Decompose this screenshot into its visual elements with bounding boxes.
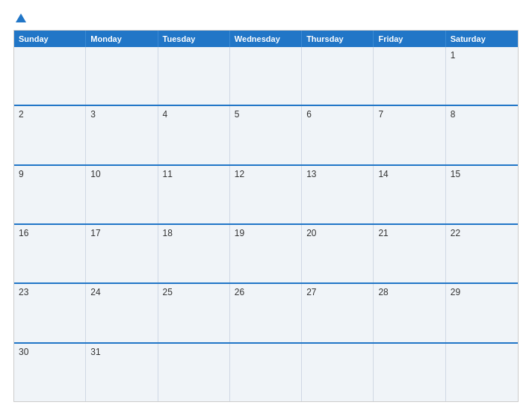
header-friday: Friday xyxy=(374,31,445,47)
calendar-day-24: 24 xyxy=(86,284,158,342)
calendar-week-4: 16171819202122 xyxy=(14,223,518,282)
calendar-day-21: 21 xyxy=(374,225,445,282)
day-number: 16 xyxy=(19,228,28,238)
day-number: 13 xyxy=(306,169,316,179)
day-number: 7 xyxy=(378,109,383,120)
calendar-day-empty xyxy=(86,47,158,105)
calendar-day-empty xyxy=(230,344,302,401)
calendar-day-14: 14 xyxy=(374,166,445,223)
day-number: 21 xyxy=(378,228,388,238)
header-thursday: Thursday xyxy=(302,31,374,47)
header-saturday: Saturday xyxy=(446,31,518,47)
logo xyxy=(13,13,26,24)
calendar-day-9: 9 xyxy=(14,166,86,223)
calendar-day-empty xyxy=(302,47,374,105)
calendar-grid: Sunday Monday Tuesday Wednesday Thursday… xyxy=(13,30,519,402)
calendar-day-4: 4 xyxy=(158,106,230,164)
day-number: 28 xyxy=(378,287,388,297)
calendar-day-8: 8 xyxy=(446,106,518,164)
calendar-day-19: 19 xyxy=(230,225,302,282)
day-number: 30 xyxy=(19,347,28,357)
calendar-day-2: 2 xyxy=(14,106,86,164)
calendar-day-empty xyxy=(158,47,230,105)
day-number: 31 xyxy=(90,347,100,357)
calendar-day-22: 22 xyxy=(446,225,518,282)
logo-blue-text xyxy=(13,13,26,24)
calendar-day-27: 27 xyxy=(302,284,374,342)
day-number: 4 xyxy=(163,109,168,120)
day-number: 15 xyxy=(451,169,460,179)
day-number: 19 xyxy=(235,228,244,238)
day-number: 9 xyxy=(19,169,24,179)
calendar-day-11: 11 xyxy=(158,166,230,223)
calendar-day-17: 17 xyxy=(86,225,158,282)
day-number: 23 xyxy=(19,287,28,297)
calendar-day-empty xyxy=(14,47,86,105)
day-number: 2 xyxy=(19,109,24,120)
calendar-day-16: 16 xyxy=(14,225,86,282)
day-number: 26 xyxy=(235,287,244,297)
calendar-day-7: 7 xyxy=(374,106,445,164)
calendar-body: 1234567891011121314151617181920212223242… xyxy=(14,47,518,401)
day-number: 11 xyxy=(163,169,173,179)
calendar-page: Sunday Monday Tuesday Wednesday Thursday… xyxy=(0,0,532,411)
calendar-day-5: 5 xyxy=(230,106,302,164)
logo-triangle-icon xyxy=(16,13,26,22)
calendar-week-5: 23242526272829 xyxy=(14,282,518,342)
day-number: 14 xyxy=(378,169,388,179)
day-number: 1 xyxy=(451,50,456,61)
header-monday: Monday xyxy=(86,31,158,47)
calendar-day-30: 30 xyxy=(14,344,86,401)
calendar-week-2: 2345678 xyxy=(14,105,518,164)
calendar-day-26: 26 xyxy=(230,284,302,342)
calendar-day-18: 18 xyxy=(158,225,230,282)
calendar-week-3: 9101112131415 xyxy=(14,164,518,223)
calendar-day-23: 23 xyxy=(14,284,86,342)
day-number: 3 xyxy=(90,109,96,120)
header xyxy=(13,13,519,24)
calendar-day-empty xyxy=(374,344,445,401)
calendar-week-1: 1 xyxy=(14,47,518,105)
calendar-day-13: 13 xyxy=(302,166,374,223)
calendar-day-20: 20 xyxy=(302,225,374,282)
day-number: 17 xyxy=(90,228,100,238)
day-number: 12 xyxy=(235,169,244,179)
day-number: 25 xyxy=(163,287,173,297)
calendar-day-3: 3 xyxy=(86,106,158,164)
calendar-day-6: 6 xyxy=(302,106,374,164)
calendar-day-1: 1 xyxy=(446,47,518,105)
calendar-day-empty xyxy=(446,344,518,401)
day-number: 29 xyxy=(451,287,460,297)
day-number: 22 xyxy=(451,228,460,238)
calendar-day-12: 12 xyxy=(230,166,302,223)
calendar-day-28: 28 xyxy=(374,284,445,342)
day-number: 18 xyxy=(163,228,173,238)
calendar-day-empty xyxy=(230,47,302,105)
calendar-day-10: 10 xyxy=(86,166,158,223)
day-number: 20 xyxy=(306,228,316,238)
day-number: 8 xyxy=(451,109,456,120)
calendar-day-25: 25 xyxy=(158,284,230,342)
calendar-day-empty xyxy=(158,344,230,401)
day-number: 24 xyxy=(90,287,100,297)
day-number: 6 xyxy=(306,109,312,120)
day-number: 27 xyxy=(306,287,316,297)
day-number: 5 xyxy=(235,109,240,120)
calendar-day-15: 15 xyxy=(446,166,518,223)
calendar-day-29: 29 xyxy=(446,284,518,342)
calendar-day-empty xyxy=(302,344,374,401)
header-tuesday: Tuesday xyxy=(158,31,230,47)
day-number: 10 xyxy=(90,169,100,179)
calendar-day-31: 31 xyxy=(86,344,158,401)
calendar-week-6: 3031 xyxy=(14,342,518,401)
calendar-day-empty xyxy=(374,47,445,105)
header-wednesday: Wednesday xyxy=(230,31,302,47)
header-sunday: Sunday xyxy=(14,31,86,47)
calendar-header: Sunday Monday Tuesday Wednesday Thursday… xyxy=(14,31,518,47)
